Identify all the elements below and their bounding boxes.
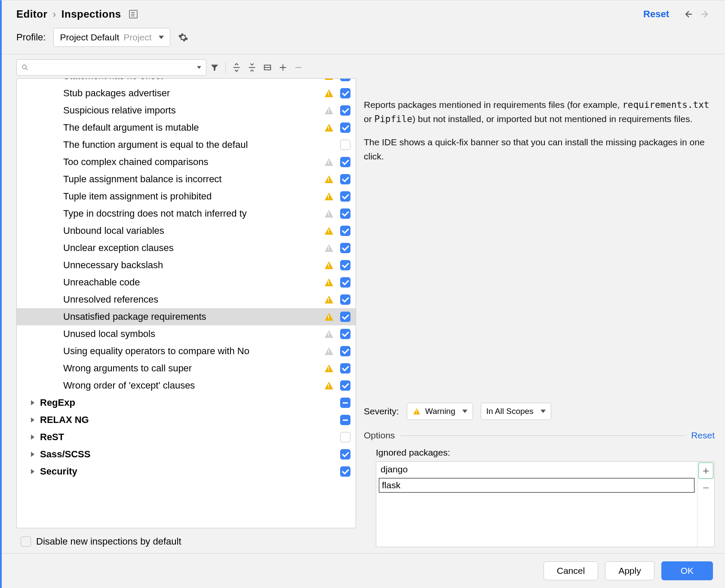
disable-new-checkbox[interactable] (21, 536, 31, 547)
remove-package-button[interactable] (697, 480, 714, 496)
inspection-row[interactable]: Tuple assignment balance is incorrect (17, 171, 356, 188)
caret-right-icon[interactable] (30, 469, 36, 475)
inspection-checkbox[interactable] (340, 363, 350, 374)
category-row[interactable]: ReST (17, 429, 356, 446)
add-package-button[interactable] (698, 462, 713, 479)
inspection-checkbox[interactable] (340, 277, 350, 288)
inspection-label: Unresolved references (63, 294, 322, 305)
inspection-row[interactable]: Unreachable code (17, 274, 356, 291)
severity-indicator (324, 79, 334, 80)
inspection-row[interactable]: Statement has no effect (17, 79, 356, 85)
remove-icon[interactable] (291, 60, 306, 75)
back-arrow-icon[interactable] (682, 8, 694, 20)
inspection-row[interactable]: Using equality operators to compare with… (17, 343, 356, 360)
weak-warning-icon (325, 158, 333, 166)
inspection-row[interactable]: Tuple item assignment is prohibited (17, 188, 356, 205)
list-item[interactable]: django (376, 462, 697, 477)
add-icon[interactable] (276, 60, 290, 75)
inspection-checkbox[interactable] (340, 140, 350, 150)
inspection-checkbox[interactable] (340, 191, 350, 202)
category-checkbox[interactable] (340, 449, 350, 459)
severity-indicator (324, 382, 334, 389)
reset-severity-icon[interactable] (260, 60, 275, 75)
inspection-row[interactable]: Unused local symbols (17, 325, 356, 343)
caret-right-icon[interactable] (30, 417, 36, 423)
inspection-checkbox[interactable] (340, 88, 350, 98)
collapse-all-icon[interactable] (245, 60, 259, 75)
inspection-checkbox[interactable] (340, 346, 350, 356)
inspection-checkbox[interactable] (340, 105, 350, 116)
inspection-checkbox[interactable] (340, 294, 350, 305)
gear-icon[interactable] (178, 32, 188, 43)
severity-indicator (324, 107, 334, 114)
ignored-package-input[interactable] (379, 478, 694, 493)
profile-combo[interactable]: Project Default Project (53, 28, 170, 47)
ok-button[interactable]: OK (661, 561, 713, 580)
breadcrumb-editor[interactable]: Editor (16, 8, 47, 20)
search-input[interactable] (16, 59, 206, 76)
apply-button[interactable]: Apply (605, 561, 654, 580)
caret-right-icon[interactable] (30, 434, 36, 440)
inspection-checkbox[interactable] (340, 260, 350, 270)
inspection-row[interactable]: Unclear exception clauses (17, 239, 356, 257)
inspection-checkbox[interactable] (340, 312, 350, 322)
inspection-row[interactable]: Unsatisfied package requirements (17, 308, 356, 325)
category-checkbox[interactable] (340, 398, 350, 408)
caret-right-icon[interactable] (30, 400, 36, 406)
inspection-label: Unreachable code (63, 277, 322, 288)
inspection-checkbox[interactable] (340, 380, 350, 391)
inspection-checkbox[interactable] (340, 243, 350, 253)
inspection-row[interactable]: The default argument is mutable (17, 119, 356, 136)
category-row[interactable]: RELAX NG (17, 411, 356, 429)
inspection-row[interactable]: Stub packages advertiser (17, 85, 356, 102)
breadcrumb-inspections: Inspections (61, 8, 121, 20)
inspection-row[interactable]: Wrong arguments to call super (17, 360, 356, 377)
inspection-label: Type in docstring does not match inferre… (63, 208, 322, 219)
inspection-row[interactable]: Wrong order of 'except' clauses (17, 377, 356, 394)
tree-toolbar (16, 59, 356, 76)
category-row[interactable]: RegExp (17, 394, 356, 411)
inspection-tree[interactable]: Statement has no effect Stub packages ad… (16, 78, 356, 528)
options-reset-link[interactable]: Reset (691, 430, 715, 441)
inspection-row[interactable]: Type in docstring does not match inferre… (17, 205, 356, 222)
show-settings-icon[interactable] (129, 10, 138, 18)
inspection-checkbox[interactable] (340, 157, 350, 167)
warning-icon (325, 79, 333, 80)
inspection-row[interactable]: Unnecessary backslash (17, 257, 356, 274)
caret-right-icon[interactable] (30, 451, 36, 457)
severity-indicator (324, 279, 334, 286)
inspection-checkbox[interactable] (340, 226, 350, 236)
inspection-checkbox[interactable] (340, 79, 350, 81)
category-checkbox[interactable] (340, 415, 350, 425)
inspection-checkbox[interactable] (340, 122, 350, 133)
inspection-row[interactable]: Suspicious relative imports (17, 102, 356, 119)
inspection-row[interactable]: The function argument is equal to the de… (17, 136, 356, 153)
inspection-row[interactable]: Unresolved references (17, 291, 356, 308)
search-field[interactable] (31, 63, 191, 72)
chevron-down-icon[interactable] (197, 66, 201, 69)
cancel-button[interactable]: Cancel (544, 561, 598, 580)
severity-indicator (324, 244, 334, 252)
category-checkbox[interactable] (340, 432, 350, 442)
expand-all-icon[interactable] (229, 60, 244, 75)
inspection-checkbox[interactable] (340, 174, 350, 184)
options-header: Options Reset (364, 430, 715, 441)
inspection-row[interactable]: Unbound local variables (17, 222, 356, 239)
inspection-row[interactable]: Too complex chained comparisons (17, 153, 356, 171)
category-checkbox[interactable] (340, 466, 350, 477)
severity-indicator (324, 261, 334, 269)
ignored-packages-label: Ignored packages: (376, 447, 715, 458)
reset-link[interactable]: Reset (643, 9, 669, 20)
severity-combo[interactable]: Warning (407, 403, 473, 420)
scope-combo[interactable]: In All Scopes (481, 403, 551, 420)
severity-indicator (324, 347, 334, 355)
svg-point-0 (22, 65, 26, 69)
category-row[interactable]: Security (17, 463, 356, 480)
category-row[interactable]: Sass/SCSS (17, 446, 356, 463)
severity-indicator (324, 364, 334, 372)
ignored-packages-list[interactable]: django (376, 462, 697, 547)
category-label: Sass/SCSS (40, 449, 322, 460)
filter-icon[interactable] (207, 60, 222, 75)
inspection-checkbox[interactable] (340, 208, 350, 219)
inspection-checkbox[interactable] (340, 329, 350, 339)
